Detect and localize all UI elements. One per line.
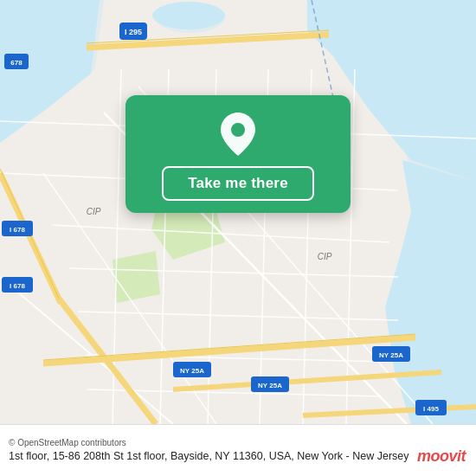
address-line: 1st floor, 15-86 208th St 1st floor, Bay… [9, 449, 467, 465]
take-me-there-button[interactable]: Take me there [162, 166, 314, 201]
osm-credit: © OpenStreetMap contributors [9, 438, 467, 447]
cip-right-label: CIP [318, 252, 332, 261]
ny25a-1-label: NY 25A [180, 367, 204, 375]
i678-mid-label: I 678 [10, 226, 25, 234]
svg-point-8 [152, 2, 225, 29]
i495-label: I 495 [423, 405, 439, 413]
ny25a-3-label: NY 25A [379, 351, 403, 359]
bottom-bar: © OpenStreetMap contributors 1st floor, … [0, 424, 476, 476]
cip-left-label: CIP [87, 207, 101, 216]
pin-icon-wrap [215, 111, 261, 158]
i678-bot-label: I 678 [10, 282, 25, 290]
location-pin-icon [217, 111, 259, 158]
svg-point-46 [231, 123, 245, 137]
svg-marker-10 [113, 251, 160, 303]
i678-top-label: 678 [10, 59, 23, 67]
i295-label: I 295 [125, 28, 142, 36]
map-container: I 295 678 I 678 I 678 CIP CIP NY 25A NY … [0, 0, 476, 424]
card-overlay: Take me there [125, 95, 351, 213]
ny25a-2-label: NY 25A [258, 382, 282, 389]
moovit-logo: moovit [417, 447, 466, 466]
